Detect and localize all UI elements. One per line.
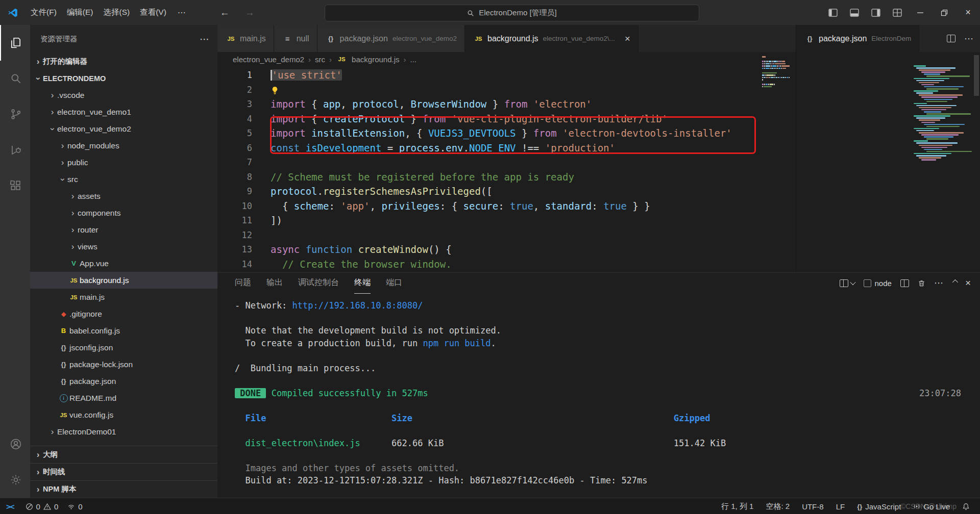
- split-editor-icon[interactable]: [947, 35, 955, 42]
- tree-item-ElectronDemo01[interactable]: ›ElectronDemo01: [30, 423, 217, 440]
- encoding[interactable]: UTF-8: [798, 498, 828, 514]
- code-token: [446, 113, 451, 124]
- close-panel-icon[interactable]: ×: [965, 277, 971, 289]
- tab-main.js[interactable]: JSmain.js: [217, 25, 274, 52]
- tab-package.json[interactable]: {}package.jsonelectron_vue_demo2: [317, 25, 465, 52]
- minimap-group2[interactable]: [914, 65, 971, 161]
- panel-tab-终端[interactable]: 终端: [354, 273, 371, 294]
- tree-item-jsconfig.json[interactable]: {}jsconfig.json: [30, 339, 217, 356]
- toggle-secondary-sidebar-icon[interactable]: [865, 0, 887, 25]
- menu-item-3[interactable]: 查看(V): [135, 7, 172, 18]
- tree-item-.vscode[interactable]: ›.vscode: [30, 87, 217, 104]
- project-root-section[interactable]: › ELECTRONDEMO: [30, 70, 217, 87]
- tab-background.js[interactable]: JSbackground.jselectron_vue_demo2\...×: [465, 25, 639, 52]
- code-token: [527, 98, 533, 110]
- tree-item-package-lock.json[interactable]: {}package-lock.json: [30, 356, 217, 373]
- menu-item-0[interactable]: 文件(F): [26, 7, 62, 18]
- eol-selector[interactable]: LF: [832, 498, 849, 514]
- code-token: NODE_ENV: [469, 142, 516, 153]
- settings-gear-icon[interactable]: [0, 462, 30, 498]
- section-NPM 脚本[interactable]: ›NPM 脚本: [30, 480, 217, 498]
- tree-item-background.js[interactable]: JSbackground.js: [30, 272, 217, 289]
- problems-indicator[interactable]: 0 0: [21, 498, 63, 514]
- tree-item-electron_vue_demo2[interactable]: ›electron_vue_demo2: [30, 120, 217, 137]
- panel-more-actions-icon[interactable]: ⋯: [934, 277, 944, 289]
- panel-tab-输出[interactable]: 输出: [266, 273, 283, 294]
- tree-item-router[interactable]: ›router: [30, 221, 217, 238]
- back-arrow-icon[interactable]: ←: [220, 7, 230, 18]
- command-center-search[interactable]: ElectronDemo [管理员]: [325, 5, 699, 21]
- tab-package.json[interactable]: {}package.jsonElectronDem: [796, 25, 919, 52]
- menu-overflow[interactable]: ⋯: [172, 8, 192, 17]
- forward-arrow-icon[interactable]: →: [245, 7, 255, 18]
- breadcrumb-item[interactable]: src: [315, 55, 325, 64]
- breadcrumb-item[interactable]: background.js: [352, 55, 399, 64]
- scrollbar-thumb[interactable]: [974, 55, 979, 96]
- run-debug-icon[interactable]: [0, 132, 30, 168]
- section-label: NPM 脚本: [43, 484, 76, 494]
- warning-count: 0: [54, 502, 58, 511]
- terminal-instance-node[interactable]: node: [864, 279, 892, 288]
- code-editor[interactable]: 1'use strict'23import { app, protocol, B…: [217, 66, 796, 272]
- tree-item-babel.config.js[interactable]: Bbabel.config.js: [30, 322, 217, 339]
- more-actions-icon[interactable]: ⋯: [964, 33, 974, 44]
- tree-item-views[interactable]: ›views: [30, 238, 217, 255]
- section-时间线[interactable]: ›时间线: [30, 463, 217, 480]
- tree-item-node_modules[interactable]: ›node_modules: [30, 137, 217, 154]
- ports-indicator[interactable]: 0: [63, 498, 86, 514]
- close-tab-icon[interactable]: ×: [625, 33, 630, 44]
- remote-indicator[interactable]: ><: [0, 502, 20, 511]
- panel-tab-问题[interactable]: 问题: [235, 273, 251, 294]
- launch-terminal-profile[interactable]: [840, 279, 855, 287]
- cursor-position[interactable]: 行 1, 列 1: [717, 498, 757, 514]
- customize-layout-icon[interactable]: [887, 0, 908, 25]
- tree-item-README.md[interactable]: iREADME.md: [30, 390, 217, 406]
- account-icon[interactable]: [0, 426, 30, 462]
- tree-item-label: background.js: [80, 276, 129, 285]
- editor-group-2[interactable]: [796, 52, 980, 272]
- tree-item-App.vue[interactable]: VApp.vue: [30, 255, 217, 272]
- open-editors-section[interactable]: › 打开的编辑器: [30, 53, 217, 70]
- kill-terminal-icon[interactable]: [918, 279, 925, 287]
- source-control-icon[interactable]: [0, 96, 30, 132]
- section-大纲[interactable]: ›大纲: [30, 446, 217, 463]
- js-file-icon: JS: [225, 36, 237, 42]
- maximize-panel-icon[interactable]: [952, 279, 958, 285]
- explorer-icon[interactable]: [0, 25, 30, 61]
- tree-item-vue.config.js[interactable]: JSvue.config.js: [30, 406, 217, 423]
- tree-item-public[interactable]: ›public: [30, 154, 217, 171]
- minimap-group1[interactable]: [762, 56, 790, 87]
- minimap-line: [762, 77, 790, 79]
- tree-item-label: main.js: [80, 293, 105, 302]
- tree-item-electron_vue_demo1[interactable]: ›electron_vue_demo1: [30, 104, 217, 120]
- minimize-button[interactable]: [908, 0, 932, 25]
- terminal-output[interactable]: - Network: http://192.168.10.8:8080/ Not…: [217, 293, 980, 498]
- tree-item-src[interactable]: ›src: [30, 171, 217, 188]
- indentation[interactable]: 空格: 2: [762, 498, 794, 514]
- search-view-icon[interactable]: [0, 61, 30, 96]
- tree-item-ElectronDemo02[interactable]: ›ElectronDemo02: [30, 440, 217, 446]
- tab-null[interactable]: ≡null: [274, 25, 317, 52]
- go-live-button[interactable]: Go Live: [909, 498, 954, 514]
- menu-item-2[interactable]: 选择(S): [98, 7, 135, 18]
- restore-button[interactable]: [932, 0, 956, 25]
- breadcrumb-item[interactable]: ...: [410, 55, 417, 64]
- toggle-sidebar-icon[interactable]: [822, 0, 844, 25]
- extensions-icon[interactable]: [0, 168, 30, 203]
- tree-item-assets[interactable]: ›assets: [30, 188, 217, 204]
- breadcrumb-item[interactable]: electron_vue_demo2: [233, 55, 304, 64]
- panel-tab-端口[interactable]: 端口: [386, 273, 402, 294]
- panel-tab-调试控制台[interactable]: 调试控制台: [298, 273, 339, 294]
- tree-item-.gitignore[interactable]: ◆.gitignore: [30, 305, 217, 322]
- sidebar-more-actions[interactable]: ⋯: [200, 33, 209, 45]
- tree-item-main.js[interactable]: JSmain.js: [30, 289, 217, 305]
- close-window-button[interactable]: ×: [956, 0, 980, 25]
- language-mode[interactable]: {} JavaScript: [853, 498, 905, 514]
- tree-item-package.json[interactable]: {}package.json: [30, 373, 217, 390]
- toggle-panel-icon[interactable]: [844, 0, 865, 25]
- code-token: import: [271, 98, 306, 110]
- menu-item-1[interactable]: 编辑(E): [62, 7, 99, 18]
- split-terminal-icon[interactable]: [900, 279, 909, 287]
- tree-item-components[interactable]: ›components: [30, 204, 217, 221]
- notifications-bell-icon[interactable]: [958, 498, 974, 514]
